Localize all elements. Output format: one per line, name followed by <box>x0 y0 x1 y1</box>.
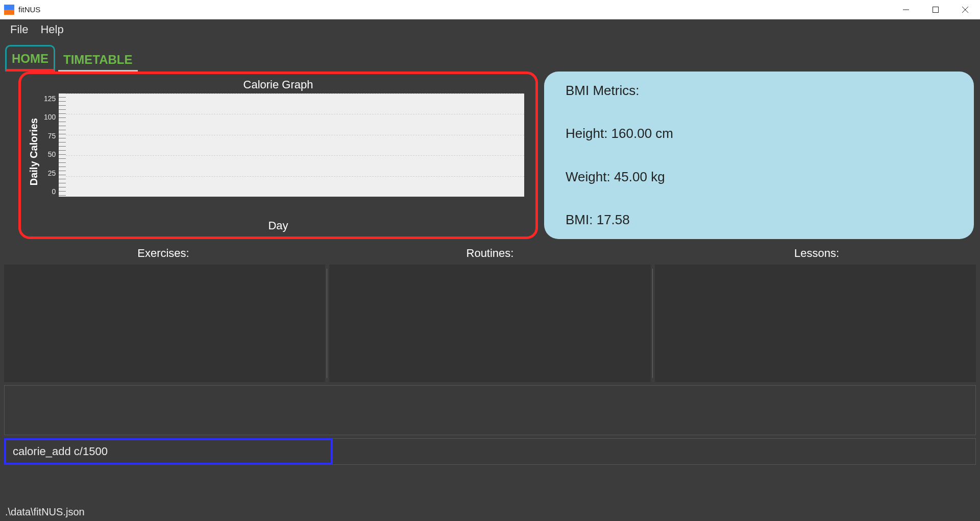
top-panels: Calorie Graph Daily Calories 125 100 75 … <box>0 72 980 239</box>
statusbar-path: .\data\fitNUS.json <box>0 504 980 521</box>
chart-ylabel: Daily Calories <box>27 118 41 185</box>
close-icon <box>962 6 969 13</box>
app-icon <box>4 5 14 15</box>
exercises-heading: Exercises: <box>0 247 327 260</box>
chart-xlabel: Day <box>27 219 529 232</box>
maximize-button[interactable] <box>921 0 950 19</box>
output-box <box>4 385 976 435</box>
window-titlebar: fitNUS <box>0 0 980 19</box>
bmi-weight: Weight: 45.00 kg <box>566 169 952 185</box>
chart-title: Calorie Graph <box>27 78 529 91</box>
routines-heading: Routines: <box>327 247 653 260</box>
ytick: 100 <box>44 113 56 121</box>
bmi-value: BMI: 17.58 <box>566 212 952 228</box>
svg-rect-1 <box>933 7 939 13</box>
calorie-graph-panel: Calorie Graph Daily Calories 125 100 75 … <box>18 72 538 239</box>
close-button[interactable] <box>950 0 980 19</box>
window-title: fitNUS <box>18 5 40 14</box>
menu-file[interactable]: File <box>10 23 28 36</box>
minimize-icon <box>902 6 910 13</box>
bmi-height: Height: 160.00 cm <box>566 126 952 141</box>
window-controls <box>891 0 980 19</box>
chart-yaxis: 125 100 75 50 25 0 <box>41 93 59 197</box>
command-input[interactable] <box>4 438 976 465</box>
routines-list[interactable] <box>329 265 650 382</box>
tabstrip: HOME TIMETABLE <box>0 40 980 72</box>
lessons-heading: Lessons: <box>653 247 980 260</box>
app-body: File Help HOME TIMETABLE Calorie Graph D… <box>0 19 980 521</box>
minimize-button[interactable] <box>891 0 921 19</box>
maximize-icon <box>932 6 939 13</box>
bmi-panel: BMI Metrics: Height: 160.00 cm Weight: 4… <box>544 72 974 239</box>
exercises-list[interactable] <box>4 265 325 382</box>
bmi-heading: BMI Metrics: <box>566 83 952 99</box>
list-body <box>0 263 980 382</box>
menubar: File Help <box>0 19 980 40</box>
ytick: 125 <box>44 94 56 103</box>
chart-plot-area <box>59 93 524 197</box>
lessons-list[interactable] <box>655 265 976 382</box>
ytick: 50 <box>44 150 56 158</box>
command-wrap <box>4 438 976 465</box>
ytick: 0 <box>44 187 56 196</box>
tab-home[interactable]: HOME <box>5 45 55 72</box>
list-headers: Exercises: Routines: Lessons: <box>0 244 980 263</box>
menu-help[interactable]: Help <box>40 23 63 36</box>
chart-frame: Daily Calories 125 100 75 50 25 0 <box>27 93 529 210</box>
ytick: 25 <box>44 169 56 177</box>
tab-timetable[interactable]: TIMETABLE <box>58 48 138 72</box>
ytick: 75 <box>44 132 56 140</box>
